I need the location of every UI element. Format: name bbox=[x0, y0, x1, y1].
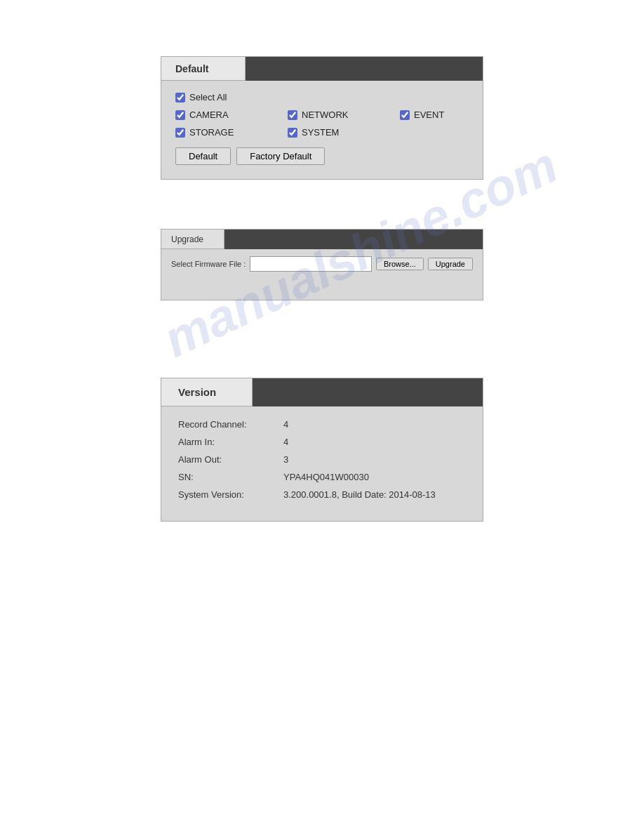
version-row-value: 3.200.0001.8, Build Date: 2014-08-13 bbox=[283, 489, 436, 500]
upgrade-panel-body: Select Firmware File : Browse... Upgrade bbox=[161, 249, 483, 300]
event-checkbox[interactable] bbox=[400, 110, 410, 120]
upgrade-panel-title: Upgrade bbox=[161, 230, 224, 249]
camera-item: CAMERA bbox=[175, 110, 288, 120]
version-row-label: Record Channel: bbox=[178, 419, 283, 430]
default-panel-header: Default bbox=[161, 57, 483, 81]
version-row: Record Channel:4 bbox=[178, 419, 466, 430]
storage-item: STORAGE bbox=[175, 127, 288, 138]
system-item: SYSTEM bbox=[288, 127, 400, 138]
version-panel-header-dark bbox=[253, 378, 483, 406]
version-row-value: 3 bbox=[283, 454, 288, 465]
version-row: Alarm Out:3 bbox=[178, 454, 466, 465]
event-item: EVENT bbox=[400, 110, 512, 120]
storage-checkbox[interactable] bbox=[175, 128, 185, 138]
version-panel: Version Record Channel:4Alarm In:4Alarm … bbox=[161, 378, 483, 522]
system-label[interactable]: SYSTEM bbox=[302, 127, 339, 138]
select-all-row: Select All bbox=[175, 92, 469, 102]
upgrade-panel-header: Upgrade bbox=[161, 230, 483, 249]
camera-network-event-row: CAMERA NETWORK EVENT bbox=[175, 110, 469, 120]
default-panel-body: Select All CAMERA NETWORK EVENT bbox=[161, 81, 483, 179]
version-panel-title: Version bbox=[161, 378, 253, 406]
camera-checkbox[interactable] bbox=[175, 110, 185, 120]
select-all-label[interactable]: Select All bbox=[189, 92, 227, 102]
firmware-label: Select Firmware File : bbox=[171, 260, 246, 268]
upgrade-panel-header-dark bbox=[224, 230, 483, 249]
default-panel-title: Default bbox=[161, 57, 246, 81]
network-label[interactable]: NETWORK bbox=[302, 110, 348, 120]
version-row-label: Alarm Out: bbox=[178, 454, 283, 465]
version-row-value: YPA4HQ041W00030 bbox=[283, 472, 369, 482]
storage-label[interactable]: STORAGE bbox=[189, 127, 234, 138]
version-panel-header: Version bbox=[161, 378, 483, 406]
default-button[interactable]: Default bbox=[175, 147, 231, 165]
select-all-item: Select All bbox=[175, 92, 288, 102]
network-item: NETWORK bbox=[288, 110, 400, 120]
version-row: System Version:3.200.0001.8, Build Date:… bbox=[178, 489, 466, 500]
version-panel-body: Record Channel:4Alarm In:4Alarm Out:3SN:… bbox=[161, 406, 483, 521]
firmware-file-input[interactable] bbox=[250, 256, 372, 272]
upgrade-button[interactable]: Upgrade bbox=[428, 258, 473, 270]
network-checkbox[interactable] bbox=[288, 110, 297, 120]
version-row-value: 4 bbox=[283, 437, 288, 447]
browse-button[interactable]: Browse... bbox=[376, 258, 424, 270]
default-btn-row: Default Factory Default bbox=[175, 147, 469, 165]
version-row-value: 4 bbox=[283, 419, 288, 430]
event-label[interactable]: EVENT bbox=[414, 110, 444, 120]
upgrade-panel: Upgrade Select Firmware File : Browse...… bbox=[161, 229, 483, 300]
version-row-label: Alarm In: bbox=[178, 437, 283, 447]
system-checkbox[interactable] bbox=[288, 128, 297, 138]
version-row: SN:YPA4HQ041W00030 bbox=[178, 472, 466, 482]
factory-default-button[interactable]: Factory Default bbox=[236, 147, 325, 165]
default-panel-header-dark bbox=[246, 57, 483, 81]
default-panel: Default Select All CAMERA NETWO bbox=[161, 56, 483, 180]
version-row-label: SN: bbox=[178, 472, 283, 482]
camera-label[interactable]: CAMERA bbox=[189, 110, 229, 120]
page-wrapper: manualshine.com Default Select All CAMER bbox=[0, 0, 644, 834]
select-all-checkbox[interactable] bbox=[175, 93, 185, 102]
version-row-label: System Version: bbox=[178, 489, 283, 500]
version-row: Alarm In:4 bbox=[178, 437, 466, 447]
storage-system-row: STORAGE SYSTEM bbox=[175, 127, 469, 138]
firmware-row: Select Firmware File : Browse... Upgrade bbox=[171, 256, 473, 272]
